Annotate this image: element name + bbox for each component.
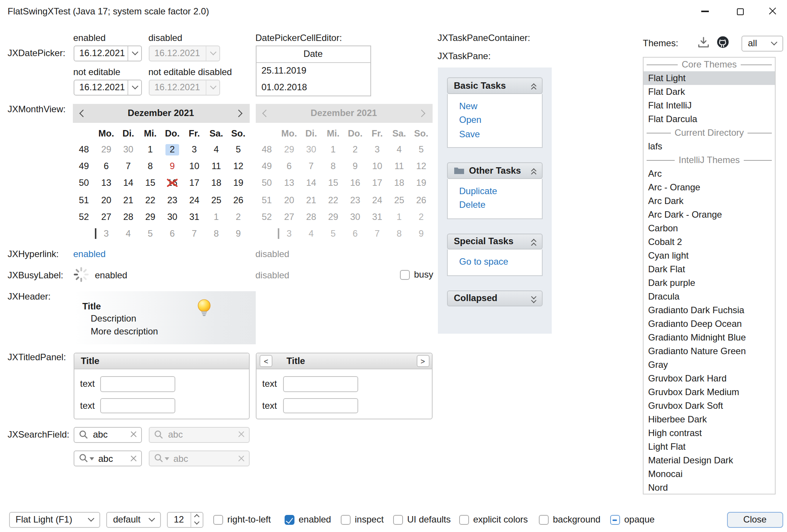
calendar-day[interactable]: 9 xyxy=(227,225,249,242)
calendar-day[interactable]: 3 xyxy=(183,141,205,158)
theme-list-item[interactable]: Gradianto Dark Fuchsia xyxy=(644,303,775,317)
month-view-calendar[interactable]: Dezember 2021Mo.Di.Mi.Do.Fr.Sa.So.482930… xyxy=(72,104,249,244)
theme-list-item[interactable]: lafs xyxy=(644,140,775,153)
calendar-day[interactable]: 11 xyxy=(205,158,227,174)
checkbox-explicit-colors[interactable]: explicit colors xyxy=(459,512,528,527)
prev-month-button[interactable] xyxy=(72,104,94,122)
calendar-day[interactable]: 15 xyxy=(139,175,161,191)
close-window-button[interactable] xyxy=(755,0,787,23)
datepicker-dropdown-button[interactable] xyxy=(127,46,141,60)
theme-list-item[interactable]: Dark purple xyxy=(644,276,775,290)
calendar-day[interactable]: 30 xyxy=(161,209,183,225)
text-input[interactable] xyxy=(283,398,358,413)
theme-list-item[interactable]: Gradianto Deep Ocean xyxy=(644,317,775,331)
calendar-day[interactable]: 4 xyxy=(117,225,139,242)
calendar-day[interactable]: 30 xyxy=(117,141,139,158)
calendar-day[interactable]: 1 xyxy=(205,209,227,225)
close-button[interactable]: Close xyxy=(727,512,783,527)
github-icon[interactable] xyxy=(716,35,729,48)
theme-list-item[interactable]: Arc - Orange xyxy=(644,180,775,194)
calendar-day[interactable]: 31 xyxy=(183,209,205,225)
calendar-day[interactable]: 29 xyxy=(139,209,161,225)
theme-list-item[interactable]: Arc xyxy=(644,167,775,180)
calendar-day[interactable]: 23 xyxy=(161,191,183,208)
next-month-button[interactable] xyxy=(228,104,249,122)
theme-list-item[interactable]: Flat IntelliJ xyxy=(644,99,775,112)
calendar-day[interactable]: 4 xyxy=(205,141,227,158)
calendar-day[interactable]: 6 xyxy=(161,225,183,242)
taskpane-link-open[interactable]: Open xyxy=(459,113,542,127)
chevron-double-up-icon[interactable] xyxy=(532,238,536,245)
calendar-day[interactable]: 28 xyxy=(117,209,139,225)
clear-icon[interactable] xyxy=(130,431,137,438)
checkbox-inspect[interactable]: inspect xyxy=(340,512,384,527)
datepicker-dropdown-button[interactable] xyxy=(127,80,141,94)
theme-list-item[interactable]: Arc Dark xyxy=(644,194,775,208)
theme-list-item[interactable]: Gradianto Midnight Blue xyxy=(644,331,775,344)
theme-list-item[interactable]: Material Design Dark xyxy=(644,454,775,467)
calendar-day[interactable]: 18 xyxy=(205,175,227,191)
taskpane-link-duplicate[interactable]: Duplicate xyxy=(459,184,542,198)
hyperlink-enabled[interactable]: enabled xyxy=(73,248,105,259)
spinner-down-button[interactable] xyxy=(191,519,203,527)
datepicker-enabled[interactable]: 16.12.2021 xyxy=(73,45,142,61)
taskpane-header[interactable]: Collapsed xyxy=(447,290,543,306)
calendar-day[interactable]: 13 xyxy=(95,175,117,191)
laf-combobox[interactable]: Flat Light (F1) xyxy=(9,512,100,527)
checkbox-enabled[interactable]: enabled xyxy=(284,512,331,527)
table-row[interactable]: 25.11.2019 xyxy=(256,63,370,79)
taskpane-link-go-to-space[interactable]: Go to space xyxy=(459,255,542,269)
theme-list-item[interactable]: Flat Darcula xyxy=(644,112,775,126)
checkbox-right-to-left[interactable]: right-to-left xyxy=(213,512,271,527)
titled-panel-left-button[interactable]: < xyxy=(260,355,272,367)
calendar-day[interactable]: 10 xyxy=(183,158,205,174)
calendar-day[interactable]: 21 xyxy=(117,191,139,208)
theme-list-item[interactable]: Light Flat xyxy=(644,440,775,454)
theme-list-item[interactable]: Flat Light xyxy=(644,71,775,85)
calendar-day[interactable]: 14 xyxy=(117,175,139,191)
theme-list-item[interactable]: Gradianto Nature Green xyxy=(644,344,775,358)
taskpane-link-save[interactable]: Save xyxy=(459,127,542,141)
datepicker-not-editable[interactable]: 16.12.2021 xyxy=(73,79,142,95)
calendar-day[interactable]: 12 xyxy=(227,158,249,174)
theme-list-item[interactable]: Gruvbox Dark Hard xyxy=(644,372,775,385)
theme-list-item[interactable]: Gruvbox Dark Medium xyxy=(644,385,775,399)
text-input[interactable] xyxy=(283,376,358,392)
theme-list-item[interactable]: Gray xyxy=(644,358,775,372)
checkbox-opaque[interactable]: opaque xyxy=(610,512,655,527)
calendar-day[interactable]: 7 xyxy=(183,225,205,242)
minimize-button[interactable] xyxy=(688,0,722,23)
calendar-day[interactable]: 3 xyxy=(95,225,117,242)
theme-list-item[interactable]: High contrast xyxy=(644,426,775,440)
calendar-day[interactable]: 22 xyxy=(139,191,161,208)
font-combobox[interactable]: default xyxy=(106,512,161,527)
calendar-day[interactable]: 2 xyxy=(161,141,183,158)
theme-list-item[interactable]: Flat Dark xyxy=(644,85,775,99)
theme-list-item[interactable]: Gruvbox Dark Soft xyxy=(644,399,775,413)
calendar-day[interactable]: 27 xyxy=(95,209,117,225)
text-input[interactable] xyxy=(100,398,175,413)
search-field[interactable]: abc xyxy=(73,427,142,443)
maximize-button[interactable] xyxy=(722,0,757,23)
theme-list-item[interactable]: Hiberbee Dark xyxy=(644,413,775,426)
calendar-day[interactable]: 7 xyxy=(117,158,139,174)
calendar-day[interactable]: 5 xyxy=(227,141,249,158)
taskpane-header[interactable]: Other Tasks xyxy=(447,162,543,179)
calendar-day[interactable]: 2 xyxy=(227,209,249,225)
theme-filter-combobox[interactable]: all xyxy=(741,35,783,51)
taskpane-link-delete[interactable]: Delete xyxy=(459,198,542,212)
theme-list-item[interactable]: Cyan light xyxy=(644,249,775,262)
calendar-day[interactable]: 16 xyxy=(161,175,183,191)
download-icon[interactable] xyxy=(697,36,710,48)
theme-list-item[interactable]: Carbon xyxy=(644,221,775,235)
text-input[interactable] xyxy=(100,376,175,392)
calendar-day[interactable]: 1 xyxy=(139,141,161,158)
chevron-double-up-icon[interactable] xyxy=(532,82,536,89)
theme-list-item[interactable]: Monocai xyxy=(644,467,775,481)
calendar-day[interactable]: 5 xyxy=(139,225,161,242)
clear-icon[interactable] xyxy=(130,455,137,462)
calendar-day[interactable]: 19 xyxy=(227,175,249,191)
chevron-double-down-icon[interactable] xyxy=(532,295,536,301)
calendar-day[interactable]: 29 xyxy=(95,141,117,158)
calendar-day[interactable]: 6 xyxy=(95,158,117,174)
